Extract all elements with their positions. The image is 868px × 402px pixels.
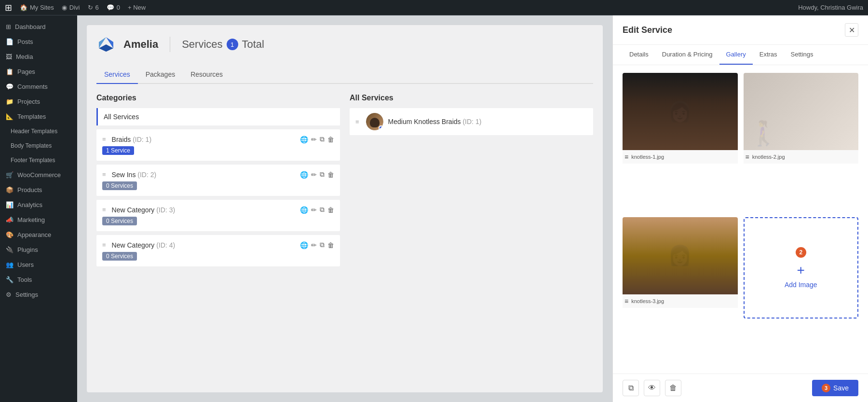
tab-packages[interactable]: Packages xyxy=(138,66,183,83)
tab-services[interactable]: Services xyxy=(96,66,138,84)
edit-panel-title: Edit Service xyxy=(623,25,672,35)
edit-icon[interactable]: ✏ xyxy=(311,136,317,143)
category-row: ≡ Braids (ID: 1) 🌐 ✏ ⧉ 🗑 xyxy=(102,135,334,143)
sidebar-item-posts[interactable]: 📄 Posts xyxy=(0,34,77,49)
sidebar-item-media[interactable]: 🖼 Media xyxy=(0,49,77,64)
comments-link[interactable]: 💬 0 xyxy=(107,4,120,11)
analytics-icon: 📊 xyxy=(6,201,14,208)
drag-handle-icon[interactable]: ≡ xyxy=(102,206,106,213)
sidebar-item-tools[interactable]: 🔧 Tools xyxy=(0,272,77,287)
edit-icon[interactable]: ✏ xyxy=(311,206,317,214)
all-services-title: All Services xyxy=(350,94,593,102)
copy-icon[interactable]: ⧉ xyxy=(320,170,325,179)
divi-link[interactable]: ◉ Divi xyxy=(62,4,80,11)
content-inner: Amelia Services 1 Total Services Package… xyxy=(87,25,603,392)
category-actions: 🌐 ✏ ⧉ 🗑 xyxy=(300,206,334,214)
delete-icon[interactable]: 🗑 xyxy=(327,206,334,214)
panel-tab-duration-pricing[interactable]: Duration & Pricing xyxy=(655,45,719,65)
delete-icon[interactable]: 🗑 xyxy=(327,241,334,249)
sidebar-item-comments[interactable]: 💬 Comments xyxy=(0,79,77,94)
sidebar-item-projects[interactable]: 📁 Projects xyxy=(0,94,77,109)
service-name: Medium Knotless Braids (ID: 1) xyxy=(388,118,482,125)
edit-icon[interactable]: ✏ xyxy=(311,241,317,249)
sidebar-item-settings[interactable]: ⚙ Settings xyxy=(0,287,77,302)
gallery-filename-1: ≡ knotless-1.jpg xyxy=(623,150,738,164)
tab-resources[interactable]: Resources xyxy=(183,66,231,83)
sidebar-item-plugins[interactable]: 🔌 Plugins xyxy=(0,242,77,257)
panel-tab-settings[interactable]: Settings xyxy=(784,45,820,65)
home-icon: 🏠 xyxy=(20,4,27,11)
copy-icon[interactable]: ⧉ xyxy=(320,206,325,214)
plugins-icon: 🔌 xyxy=(6,246,14,253)
sidebar-item-templates[interactable]: 📐 Templates xyxy=(0,109,77,124)
globe-icon[interactable]: 🌐 xyxy=(300,171,308,179)
comment-icon: 💬 xyxy=(107,4,114,11)
my-sites-link[interactable]: 🏠 My Sites xyxy=(20,4,54,11)
drag-handle-icon[interactable]: ≡ xyxy=(355,118,359,125)
sidebar-item-appearance[interactable]: 🎨 Appearance xyxy=(0,227,77,242)
globe-icon[interactable]: 🌐 xyxy=(300,206,308,214)
edit-icon[interactable]: ✏ xyxy=(311,171,317,179)
sidebar-item-dashboard[interactable]: ⊞ Dashboard xyxy=(0,19,77,34)
category-item: ≡ New Category (ID: 4) 🌐 ✏ ⧉ 🗑 0 Service… xyxy=(96,235,340,266)
new-content-link[interactable]: + New xyxy=(128,4,146,11)
sidebar-item-users[interactable]: 👥 Users xyxy=(0,257,77,272)
sidebar-item-woocommerce[interactable]: 🛒 WooCommerce xyxy=(0,167,77,182)
panel-tab-extras[interactable]: Extras xyxy=(753,45,784,65)
panel-tab-gallery[interactable]: Gallery xyxy=(719,45,753,65)
categories-column: Categories All Services ≡ Braids (ID: 1)… xyxy=(96,94,340,270)
drag-handle-icon[interactable]: ≡ xyxy=(102,136,106,143)
category-name: New Category (ID: 3) xyxy=(112,206,296,214)
service-status-dot xyxy=(379,125,383,130)
media-icon: 🖼 xyxy=(6,53,12,60)
sidebar-item-analytics[interactable]: 📊 Analytics xyxy=(0,197,77,212)
category-id: (ID: 4) xyxy=(156,241,175,249)
total-label: Total xyxy=(242,38,264,51)
category-row: ≡ Sew Ins (ID: 2) 🌐 ✏ ⧉ 🗑 xyxy=(102,170,334,179)
sidebar-item-products[interactable]: 📦 Products xyxy=(0,182,77,197)
service-avatar xyxy=(366,113,383,130)
sidebar-item-footer-templates[interactable]: Footer Templates xyxy=(0,153,77,167)
close-panel-button[interactable]: ✕ xyxy=(845,23,858,37)
updates-link[interactable]: ↻ 6 xyxy=(88,4,99,11)
services-count-badge: 1 xyxy=(227,39,238,50)
delete-icon[interactable]: 🗑 xyxy=(327,136,334,143)
delete-button[interactable]: 🗑 xyxy=(665,380,681,396)
gallery-filename-3: ≡ knotless-3.jpg xyxy=(623,294,738,308)
gallery-filename-2: ≡ knotless-2.jpg xyxy=(744,150,859,164)
comments-icon: 💬 xyxy=(6,83,14,90)
sidebar-item-header-templates[interactable]: Header Templates xyxy=(0,124,77,139)
wp-logo-icon[interactable]: ⊞ xyxy=(5,2,12,13)
content-area: Amelia Services 1 Total Services Package… xyxy=(77,15,612,402)
globe-icon[interactable]: 🌐 xyxy=(300,241,308,249)
add-image-box[interactable]: 2 + Add Image xyxy=(744,217,859,319)
category-item: ≡ Sew Ins (ID: 2) 🌐 ✏ ⧉ 🗑 0 Services xyxy=(96,165,340,196)
settings-icon: ⚙ xyxy=(6,291,12,298)
dashboard-icon: ⊞ xyxy=(6,23,11,30)
sidebar-item-pages[interactable]: 📋 Pages xyxy=(0,64,77,79)
category-name: New Category (ID: 4) xyxy=(112,241,296,249)
save-label: Save xyxy=(833,384,849,392)
projects-icon: 📁 xyxy=(6,98,14,105)
category-name: Sew Ins (ID: 2) xyxy=(112,171,296,179)
delete-icon[interactable]: 🗑 xyxy=(327,171,334,179)
category-item: ≡ Braids (ID: 1) 🌐 ✏ ⧉ 🗑 1 Service xyxy=(96,129,340,161)
drag-handle-icon[interactable]: ≡ xyxy=(102,241,106,249)
save-button[interactable]: 3 Save xyxy=(812,380,858,396)
pages-icon: 📋 xyxy=(6,68,14,75)
globe-icon[interactable]: 🌐 xyxy=(300,136,308,143)
service-count-badge-zero: 0 Services xyxy=(102,181,137,190)
gallery-item-3: 👩🏿 ≡ knotless-3.jpg xyxy=(623,217,738,366)
all-services-filter[interactable]: All Services xyxy=(96,108,340,125)
tools-icon: 🔧 xyxy=(6,276,14,283)
sidebar-item-marketing[interactable]: 📣 Marketing xyxy=(0,212,77,227)
duplicate-button[interactable]: ⧉ xyxy=(623,380,639,396)
copy-icon[interactable]: ⧉ xyxy=(320,135,325,143)
hide-button[interactable]: 👁 xyxy=(644,380,660,396)
products-icon: 📦 xyxy=(6,186,14,194)
sidebar-item-body-templates[interactable]: Body Templates xyxy=(0,139,77,153)
drag-handle-icon[interactable]: ≡ xyxy=(102,171,106,178)
copy-icon[interactable]: ⧉ xyxy=(320,241,325,249)
category-actions: 🌐 ✏ ⧉ 🗑 xyxy=(300,241,334,249)
panel-tab-details[interactable]: Details xyxy=(623,45,655,65)
